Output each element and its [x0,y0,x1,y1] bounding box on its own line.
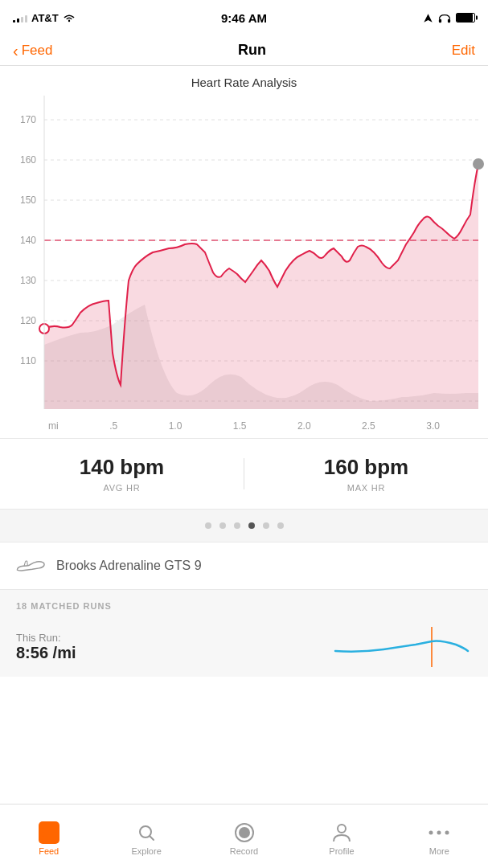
battery-icon [456,13,475,23]
chart-title: Heart Rate Analysis [0,76,488,89]
svg-point-32 [437,830,441,834]
this-run-label: This Run: [16,632,76,644]
dot-6[interactable] [277,522,284,529]
svg-point-30 [338,825,346,833]
heart-rate-chart: 170 160 150 140 130 120 110 [0,96,488,417]
svg-text:170: 170 [20,114,36,125]
profile-tab-label: Profile [329,846,354,856]
tab-profile[interactable]: Profile [293,805,390,868]
svg-text:140: 140 [20,235,36,246]
avg-hr-stat: 140 bpm AVG HR [0,455,244,493]
shoe-section: Brooks Adrenaline GTS 9 [0,542,488,590]
max-hr-value: 160 bpm [244,455,488,480]
dot-2[interactable] [219,522,226,529]
svg-point-0 [68,20,70,22]
matched-run-row: This Run: 8:56 /mi [16,617,472,677]
headphone-icon [438,13,451,23]
svg-text:130: 130 [20,275,36,286]
carrier-label: AT&T [31,12,59,24]
status-time: 9:46 AM [221,11,267,25]
more-tab-label: More [429,846,449,856]
x-label-20: 2.0 [297,420,311,432]
tab-record[interactable]: Record [195,805,293,868]
x-label-05: .5 [109,420,117,432]
x-label-30: 3.0 [426,420,440,432]
shoe-icon [16,555,45,576]
x-label-mi: mi [48,420,59,432]
svg-line-27 [150,836,154,840]
matched-runs-section: 18 MATCHED RUNS This Run: 8:56 /mi [0,590,488,677]
svg-text:120: 120 [20,315,36,326]
explore-tab-icon [136,822,157,843]
avg-hr-value: 140 bpm [0,455,244,480]
x-label-10: 1.0 [169,420,182,432]
feed-tab-label: Feed [39,846,59,856]
mini-chart [327,627,472,667]
max-hr-stat: 160 bpm MAX HR [244,455,488,493]
signal-icon [13,13,27,23]
shoe-name: Brooks Adrenaline GTS 9 [56,559,202,573]
svg-rect-23 [43,827,55,829]
x-label-25: 2.5 [362,420,375,432]
svg-text:110: 110 [20,355,36,366]
chart-section: Heart Rate Analysis 170 160 150 140 130 … [0,66,488,438]
profile-tab-icon [331,822,352,843]
more-tab-icon [429,822,449,843]
dot-5[interactable] [263,522,269,529]
matched-runs-label: 18 MATCHED RUNS [16,601,472,611]
feed-tab-icon [39,822,59,843]
avg-hr-label: AVG HR [0,483,244,493]
dot-4-active[interactable] [248,522,255,529]
stats-section: 140 bpm AVG HR 160 bpm MAX HR [0,438,488,509]
svg-point-29 [239,827,250,838]
record-tab-label: Record [230,846,258,856]
dot-3[interactable] [234,522,240,529]
status-bar: AT&T 9:46 AM [0,0,488,35]
svg-rect-25 [43,835,55,837]
back-button[interactable]: ‹ Feed [13,43,52,59]
location-icon [423,13,433,23]
tab-bar: Feed Explore Record Profile [0,804,488,868]
svg-point-31 [429,830,433,834]
explore-tab-label: Explore [131,846,161,856]
svg-rect-2 [448,18,450,23]
page-title: Run [238,42,266,59]
back-label[interactable]: Feed [22,43,53,59]
chart-x-labels: mi .5 1.0 1.5 2.0 2.5 3.0 [0,417,488,438]
record-tab-icon [234,822,255,843]
wifi-icon [63,13,76,23]
svg-rect-24 [43,831,55,833]
svg-text:150: 150 [20,194,36,206]
max-hr-label: MAX HR [244,483,488,493]
status-right [423,13,475,23]
this-run-pace: 8:56 /mi [16,644,76,662]
dot-1[interactable] [205,522,211,529]
svg-rect-1 [439,18,441,23]
tab-explore[interactable]: Explore [97,805,195,868]
svg-point-20 [473,158,484,170]
x-label-15: 1.5 [233,420,247,432]
edit-button[interactable]: Edit [452,43,475,59]
nav-header: ‹ Feed Run Edit [0,35,488,66]
status-left: AT&T [13,12,76,24]
back-chevron-icon: ‹ [13,43,18,59]
svg-point-33 [445,830,449,834]
tab-more[interactable]: More [391,805,488,868]
pagination-dots [0,509,488,542]
tab-feed[interactable]: Feed [0,805,97,868]
svg-text:160: 160 [20,154,36,166]
